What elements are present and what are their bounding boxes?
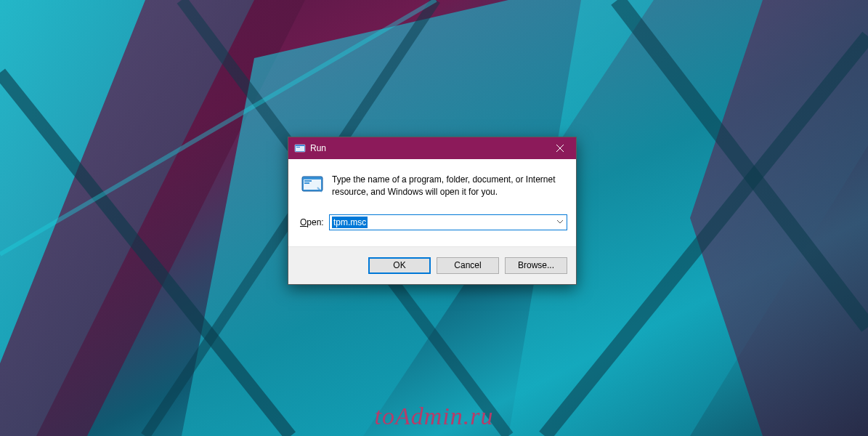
open-label: Open:: [300, 217, 329, 227]
run-titlebar-icon: [294, 142, 306, 154]
browse-button[interactable]: Browse...: [505, 257, 567, 274]
window-title: Run: [310, 143, 543, 153]
watermark-text: toAdmin.ru: [375, 403, 494, 430]
combobox-dropdown-button[interactable]: [553, 215, 567, 230]
titlebar[interactable]: Run: [288, 137, 576, 159]
dialog-description: Type the name of a program, folder, docu…: [332, 172, 567, 198]
button-bar: OK Cancel Browse...: [288, 246, 576, 284]
cancel-button[interactable]: Cancel: [437, 257, 499, 274]
chevron-down-icon: [557, 220, 563, 224]
dialog-body: Type the name of a program, folder, docu…: [288, 159, 576, 246]
close-icon: [556, 145, 564, 152]
run-dialog: Run Type the name of a program, folder, …: [288, 137, 577, 285]
svg-rect-14: [296, 147, 300, 148]
ok-button[interactable]: OK: [368, 257, 431, 274]
open-input[interactable]: [330, 215, 553, 230]
close-button[interactable]: [543, 137, 576, 159]
run-app-icon: [300, 172, 325, 197]
open-combobox[interactable]: tpm.msc: [329, 214, 567, 230]
svg-rect-19: [304, 180, 312, 182]
svg-rect-20: [304, 182, 309, 184]
